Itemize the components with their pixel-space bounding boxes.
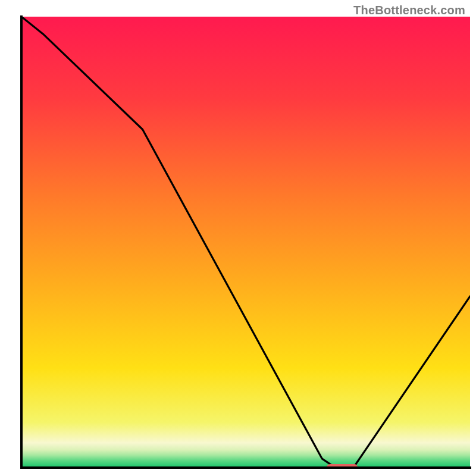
bottleneck-chart: TheBottleneck.com	[0, 0, 476, 476]
chart-canvas	[0, 0, 476, 476]
gradient-background	[21, 17, 470, 468]
